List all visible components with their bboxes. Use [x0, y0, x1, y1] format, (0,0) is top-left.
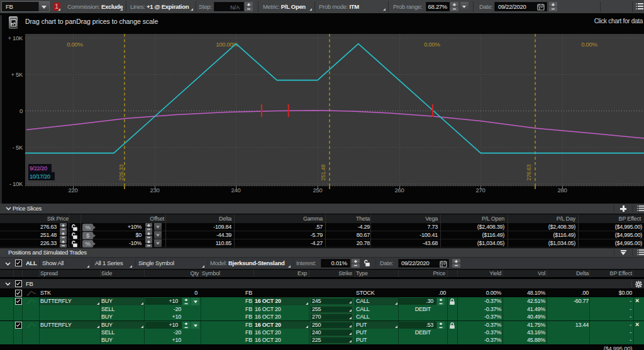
svg-text:226.33: 226.33 [118, 164, 125, 180]
svg-text:0.00%: 0.00% [424, 41, 440, 48]
svg-text:251.48: 251.48 [320, 164, 326, 180]
svg-text:0: 0 [19, 107, 23, 114]
svg-text:9/22/20: 9/22/20 [30, 165, 47, 172]
svg-text:+ 5K: + 5K [11, 71, 23, 78]
svg-text:0.00%: 0.00% [581, 41, 597, 48]
svg-text:- 10K: - 10K [9, 180, 23, 187]
svg-text:- 5K: - 5K [13, 144, 23, 151]
svg-text:+ 10K: + 10K [8, 35, 23, 41]
svg-text:276.63: 276.63 [526, 164, 532, 180]
svg-text:0.00%: 0.00% [67, 41, 83, 48]
svg-text:10/17/20: 10/17/20 [30, 173, 50, 180]
